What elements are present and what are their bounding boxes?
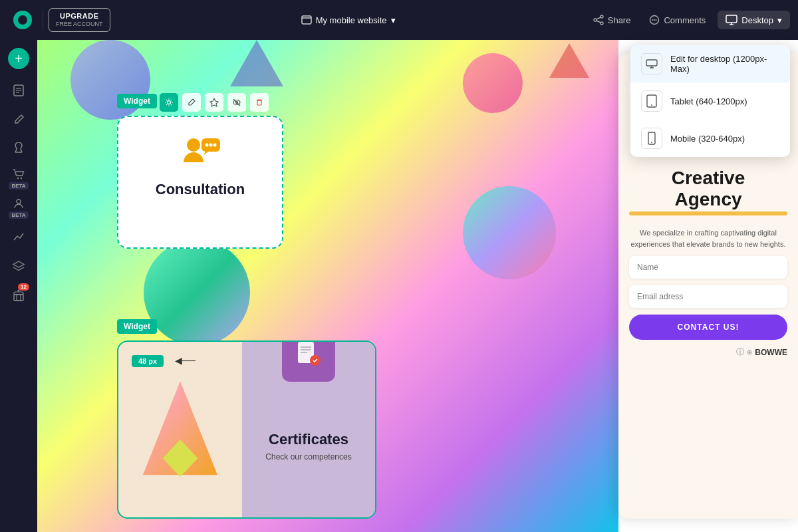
widget-1-title: Consultation	[156, 181, 245, 198]
svg-rect-30	[14, 295, 23, 301]
dropdown-item-mobile[interactable]: Mobile (320-640px)	[630, 120, 790, 157]
topbar-separator	[43, 10, 43, 30]
edit-icon	[12, 113, 25, 126]
preview-title-wrapper: Creative Agency	[629, 148, 787, 221]
widget-2-header: Widget	[117, 319, 376, 336]
crm-badge: BETA	[9, 211, 28, 219]
svg-point-37	[187, 138, 200, 152]
svg-point-3	[594, 19, 597, 21]
sidebar-item-cart[interactable]: BETA	[5, 165, 32, 192]
bg-triangle-2	[549, 43, 589, 78]
widget-2-right: Certificates Check our competences	[242, 342, 375, 517]
sidebar: + BETA BETA 12	[0, 40, 37, 532]
widget-settings-button[interactable]	[160, 93, 178, 112]
svg-point-18	[651, 104, 652, 106]
sidebar-item-crm[interactable]: BETA	[5, 194, 32, 221]
sidebar-item-gifts[interactable]: 12	[5, 282, 32, 309]
cert-icon-bg	[282, 340, 335, 382]
svg-point-10	[656, 19, 657, 21]
widget-2-container: Widget 48 px ◀──	[117, 319, 376, 519]
widget-1-label: Widget	[117, 94, 157, 108]
canvas: Widget	[37, 40, 618, 532]
widget-brush-button[interactable]	[182, 93, 201, 112]
widget-pin-button[interactable]	[205, 93, 223, 112]
upgrade-button[interactable]: UPGRADE FREE ACCOUNT	[49, 8, 110, 32]
crm-icon	[12, 197, 25, 210]
pages-icon	[12, 84, 25, 97]
svg-line-5	[597, 17, 600, 19]
svg-line-6	[597, 21, 600, 23]
sidebar-item-analytics[interactable]	[5, 223, 32, 250]
website-selector[interactable]: My mobile website ▾	[295, 11, 402, 29]
layers-icon	[12, 259, 25, 273]
preview-underline	[629, 211, 787, 215]
share-icon	[593, 15, 604, 25]
svg-rect-36	[257, 100, 261, 105]
cert-subtitle: Check our competences	[265, 452, 351, 462]
dropdown-tablet-icon	[641, 90, 662, 112]
share-button[interactable]: Share	[587, 11, 638, 29]
sidebar-item-paint[interactable]	[5, 136, 32, 162]
svg-rect-31	[17, 295, 21, 301]
bg-shape-2	[463, 53, 523, 113]
desktop-selector[interactable]: Desktop ▾	[718, 11, 790, 29]
px-badge: 48 px	[132, 355, 164, 367]
paint-icon	[12, 142, 25, 156]
cart-badge: BETA	[9, 182, 28, 190]
topbar-center: My mobile website ▾	[110, 11, 587, 29]
svg-point-40	[209, 144, 213, 147]
sidebar-item-layers[interactable]	[5, 253, 32, 279]
svg-point-39	[205, 144, 209, 147]
dropdown-mobile-icon	[641, 128, 662, 149]
svg-rect-11	[726, 15, 737, 23]
preview-footer: ⓘ ⊕ BOWWE	[629, 346, 787, 358]
cert-doc-icon	[294, 340, 323, 370]
dropdown-item-tablet[interactable]: Tablet (640-1200px)	[630, 82, 790, 120]
svg-point-4	[600, 22, 603, 25]
bg-triangle-1	[230, 40, 283, 86]
svg-point-26	[17, 177, 19, 178]
analytics-icon	[12, 230, 25, 243]
svg-point-27	[21, 177, 22, 178]
preview-name-input[interactable]	[629, 256, 787, 279]
widget-1-card: Consultation	[117, 116, 283, 249]
dropdown-item-desktop[interactable]: Edit for desktop (1200px-Max)	[630, 45, 790, 82]
svg-point-2	[600, 15, 603, 18]
sidebar-item-pages[interactable]	[5, 77, 32, 104]
widget-1-container: Widget	[117, 93, 283, 249]
widget-2-card: 48 px ◀──	[117, 340, 376, 519]
widget-2-left: 48 px ◀──	[118, 342, 242, 517]
svg-point-41	[213, 144, 217, 147]
page-icon	[301, 15, 312, 25]
logo-area	[8, 0, 37, 40]
consultation-icon	[174, 133, 227, 173]
widget-1-toolbar	[160, 93, 269, 112]
svg-rect-0	[302, 16, 311, 24]
logo-icon	[13, 11, 32, 29]
preview-description: We specialize in crafting captivating di…	[629, 227, 787, 249]
widget-hide-button[interactable]	[227, 93, 246, 112]
svg-point-28	[17, 200, 21, 203]
svg-point-9	[654, 19, 655, 21]
desktop-dropdown: Edit for desktop (1200px-Max) Tablet (64…	[630, 45, 790, 157]
svg-rect-14	[646, 60, 657, 66]
comments-button[interactable]: Comments	[642, 11, 712, 29]
desktop-icon	[726, 15, 737, 25]
widget-delete-button[interactable]	[250, 93, 269, 112]
bowwe-label: BOWWE	[755, 348, 787, 357]
add-button[interactable]: +	[8, 48, 29, 69]
preview-title: Creative Agency	[629, 168, 787, 210]
widget-2-label: Widget	[117, 319, 157, 334]
cart-icon	[12, 168, 25, 181]
arrow-indicator: ◀──	[175, 355, 196, 366]
preview-email-input[interactable]	[629, 285, 787, 308]
topbar: UPGRADE FREE ACCOUNT My mobile website ▾…	[0, 0, 798, 40]
svg-marker-29	[13, 261, 24, 267]
sidebar-item-edit[interactable]	[5, 106, 32, 133]
preview-cta-button[interactable]: CONTACT US!	[629, 315, 787, 340]
topbar-actions: Share Comments Desktop ▾ Edit for deskto…	[587, 11, 790, 29]
svg-point-20	[651, 142, 652, 143]
widget-1-header: Widget	[117, 93, 283, 112]
gifts-icon	[12, 289, 25, 302]
dropdown-desktop-icon	[641, 53, 662, 74]
